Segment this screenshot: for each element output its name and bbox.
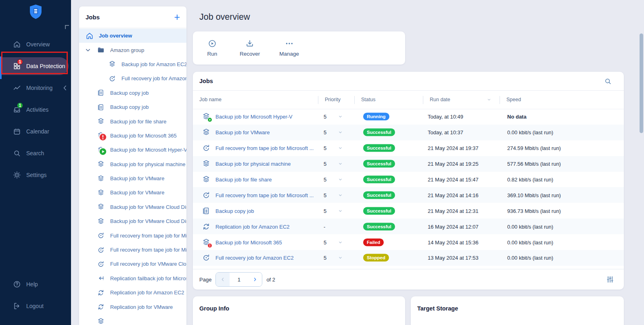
table-settings-icon[interactable] <box>606 275 614 283</box>
tree-item-label: Backup job for Microsoft 365 <box>110 133 177 139</box>
tree-item-icon-wrap <box>108 75 116 83</box>
column-header-speed[interactable]: Speed <box>506 97 521 102</box>
chevron-down-icon[interactable] <box>338 161 343 167</box>
table-row[interactable]: Replication job for Amazon EC2-Successfu… <box>193 219 624 234</box>
table-row[interactable]: Backup job for VMware5SuccessfulToday, a… <box>193 125 624 140</box>
job-name-link[interactable]: Backup job for VMware <box>215 129 316 135</box>
chevron-down-icon[interactable] <box>338 130 343 135</box>
tree-item-backup-job-for-vmware-cloud-direct[interactable]: Backup job for VMware Cloud Direct <box>79 214 186 228</box>
job-name-link[interactable]: Full recovery from tape job for Microsof… <box>215 192 316 198</box>
priority-dropdown[interactable]: 5 <box>324 145 343 151</box>
column-header-status[interactable]: Status <box>361 97 375 102</box>
column-header-priority[interactable]: Priority <box>325 97 341 102</box>
tree-item-full-recovery-job-for-amazon-ec2[interactable]: Full recovery job for Amazon EC2 <box>79 71 186 85</box>
scrollbar-thumb[interactable] <box>640 33 643 133</box>
prev-page-button[interactable] <box>216 273 230 286</box>
job-name-link[interactable]: Backup copy job <box>215 208 316 214</box>
sidebar-item-logout[interactable]: Logout <box>0 297 71 315</box>
action-run-button[interactable]: Run <box>204 39 220 57</box>
priority-dropdown[interactable]: 5 <box>324 255 343 261</box>
tree-item-backup-job-for-file-share[interactable]: Backup job for file share <box>79 114 186 128</box>
action-recover-button[interactable]: Recover <box>240 39 260 57</box>
add-job-button[interactable]: + <box>174 12 180 22</box>
job-name-link[interactable]: Full recovery from tape job for Microsof… <box>215 145 316 151</box>
sidebar-item-calendar[interactable]: Calendar <box>0 123 71 140</box>
table-row[interactable]: Backup job for physical machine5Successf… <box>193 156 624 172</box>
page-scrollbar[interactable] <box>639 0 644 325</box>
table-row[interactable]: Full recovery from tape job for Microsof… <box>193 140 624 156</box>
table-row[interactable]: Full recovery job for Amazon EC25Stopped… <box>193 250 624 266</box>
chevron-down-icon[interactable] <box>84 46 92 54</box>
chevron-down-icon[interactable] <box>338 114 343 119</box>
page-number-input[interactable]: 1 <box>230 273 248 286</box>
sort-chevron-down-icon[interactable] <box>487 97 491 102</box>
tree-item-amazon-group[interactable]: Amazon group <box>79 43 186 57</box>
sidebar-item-search[interactable]: Search <box>0 144 71 162</box>
sidebar-item-overview[interactable]: Overview <box>0 35 71 53</box>
priority-dropdown[interactable]: 5 <box>324 239 343 245</box>
tree-item-backup-job-for-vmware[interactable]: Backup job for VMware <box>79 171 186 185</box>
tree-item-label: Backup copy job <box>110 104 148 110</box>
next-page-button[interactable] <box>248 273 262 286</box>
tree-item-backup-job-for-vmware[interactable]: Backup job for VMware <box>79 185 186 200</box>
tree-item-backup-job-for-physical-machine[interactable]: Backup job for physical machine <box>79 157 186 171</box>
tree-item-label: Full recovery from tape job for Micr <box>110 247 186 253</box>
table-row[interactable]: Backup job for Microsoft Hyper-V5Running… <box>193 109 624 125</box>
chevron-down-icon[interactable] <box>338 255 343 260</box>
chevron-down-icon[interactable] <box>338 177 343 182</box>
column-header-run-date[interactable]: Run date <box>430 97 450 102</box>
tree-item-backup-job-for-vmware-cloud-direct[interactable]: Backup job for VMware Cloud Direct <box>79 200 186 214</box>
tree-item-replication-failback-job-for-microso[interactable]: Replication failback job for Microso <box>79 271 186 285</box>
priority-dropdown[interactable]: 5 <box>324 114 343 120</box>
job-name-link[interactable]: Backup job for Microsoft 365 <box>215 239 316 245</box>
tree-item-backup-job-for-microsoft-365[interactable]: Backup job for Microsoft 365 <box>79 129 186 143</box>
sidebar-item-data-protection[interactable]: 1Data Protection <box>0 57 69 75</box>
status-cell: Running <box>363 113 389 121</box>
table-row[interactable]: Backup job for file share5Successful21 M… <box>193 172 624 188</box>
tree-item[interactable] <box>79 314 186 325</box>
chevron-down-icon[interactable] <box>338 192 343 198</box>
priority-dropdown[interactable]: 5 <box>324 129 343 135</box>
tree-item-replication-job-for-vmware[interactable]: Replication job for VMware <box>79 300 186 314</box>
tree-item-replication-job-for-amazon-ec2[interactable]: Replication job for Amazon EC2 <box>79 285 186 300</box>
sidebar-item-help[interactable]: Help <box>0 275 71 293</box>
tree-item-full-recovery-from-tape-job-for-micr[interactable]: Full recovery from tape job for Micr <box>79 243 186 257</box>
search-icon[interactable] <box>604 77 612 85</box>
tree-item-icon-wrap <box>97 317 105 325</box>
tree-item-full-recovery-job-for-vmware-cloud[interactable]: Full recovery job for VMware Cloud <box>79 257 186 271</box>
tree-item-backup-job-for-microsoft-hyper-v[interactable]: Backup job for Microsoft Hyper-V <box>79 143 186 157</box>
tree-item-backup-job-for-amazon-ec2[interactable]: Backup job for Amazon EC2 <box>79 57 186 71</box>
sidebar-item-monitoring[interactable]: Monitoring <box>0 79 71 97</box>
job-name-link[interactable]: Backup job for Microsoft Hyper-V <box>215 114 316 120</box>
chevron-down-icon[interactable] <box>338 146 343 151</box>
job-name-link[interactable]: Full recovery job for Amazon EC2 <box>215 255 316 261</box>
job-name-link[interactable]: Backup job for physical machine <box>215 161 316 167</box>
job-type-backup-icon <box>202 128 211 137</box>
notification-badge: 1 <box>17 102 23 108</box>
collapse-corner-icon[interactable] <box>65 25 69 29</box>
chevron-down-icon[interactable] <box>338 240 343 245</box>
table-row[interactable]: Backup job for Microsoft 3655Failed14 Ma… <box>193 234 624 250</box>
column-header-job-name[interactable]: Job name <box>199 97 222 102</box>
chevron-down-icon[interactable] <box>338 208 343 213</box>
sidebar-item-settings[interactable]: Settings <box>0 166 71 184</box>
app-logo-shield-icon <box>29 4 42 20</box>
priority-dropdown[interactable]: 5 <box>324 177 343 183</box>
priority-dropdown[interactable]: 5 <box>324 192 343 198</box>
priority-dropdown[interactable]: 5 <box>324 161 343 167</box>
pager-control: 1 <box>215 272 262 287</box>
tree-item-backup-copy-job[interactable]: Backup copy job <box>79 100 186 114</box>
tree-item-job-overview[interactable]: Job overview <box>79 29 186 43</box>
chevron-left-icon[interactable] <box>61 84 69 92</box>
job-name-link[interactable]: Replication job for Amazon EC2 <box>215 223 316 229</box>
table-row[interactable]: Backup copy job5Successful21 May 2024 at… <box>193 203 624 219</box>
sidebar-item-activities[interactable]: 1Activities <box>0 101 71 119</box>
table-row[interactable]: Full recovery from tape job for Microsof… <box>193 187 624 203</box>
action-manage-button[interactable]: Manage <box>279 39 299 57</box>
tree-item-full-recovery-from-tape-job-for-micr[interactable]: Full recovery from tape job for Micr <box>79 228 186 242</box>
priority-dropdown[interactable]: 5 <box>324 208 343 214</box>
home-icon <box>13 40 21 48</box>
tree-item-backup-copy-job[interactable]: Backup copy job <box>79 86 186 100</box>
job-type-backup-icon <box>202 159 211 168</box>
job-name-link[interactable]: Backup job for file share <box>215 177 316 183</box>
